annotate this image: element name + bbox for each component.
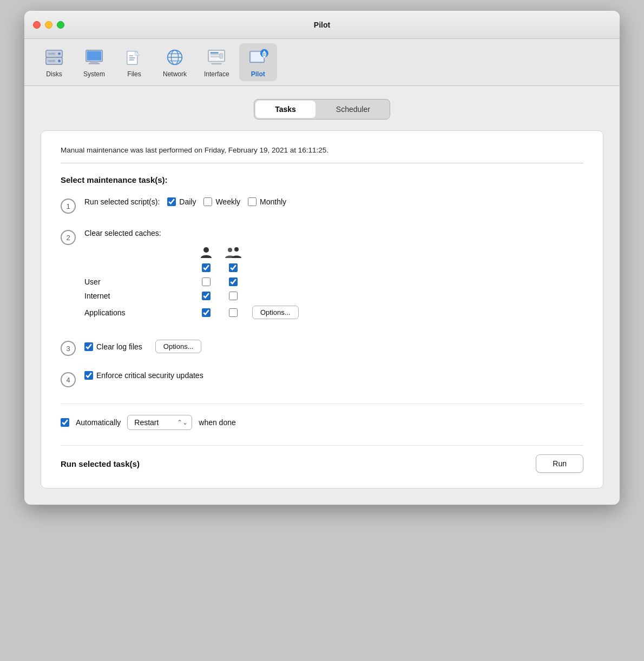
toolbar-item-disks[interactable]: Disks [35, 43, 73, 81]
content-panel: Manual maintenance was last performed on… [41, 130, 603, 488]
task-4-body: Enforce critical security updates [84, 371, 583, 380]
task-1-body: Run selected script(s): Daily Weekly Mon… [84, 197, 583, 206]
monthly-group: Monthly [248, 197, 286, 206]
toolbar-item-network[interactable]: Network [155, 43, 194, 81]
svg-point-32 [228, 248, 232, 252]
apps-options-button[interactable]: Options... [252, 306, 299, 319]
apps-admin-checkbox[interactable] [229, 308, 238, 317]
system-admin-check [220, 263, 247, 272]
daily-label[interactable]: Daily [179, 197, 196, 206]
files-icon [123, 47, 145, 68]
auto-select[interactable]: Restart Shut Down Sleep Log Out Do Nothi… [127, 415, 192, 430]
system-icon [83, 47, 105, 68]
system-label: System [83, 70, 105, 78]
titlebar: Pilot [24, 11, 620, 39]
disks-icon [43, 47, 65, 68]
svg-rect-12 [129, 60, 135, 61]
section-title: Select maintenance task(s): [61, 175, 583, 184]
toolbar-item-system[interactable]: System [75, 43, 113, 81]
monthly-checkbox[interactable] [248, 197, 257, 206]
weekly-group: Weekly [203, 197, 240, 206]
section-divider [61, 163, 583, 163]
cache-section: User Internet [84, 245, 583, 319]
system-admin-checkbox[interactable] [229, 263, 238, 272]
task-1-number: 1 [61, 199, 76, 214]
task-2-main: Clear selected caches: [84, 229, 583, 237]
svg-rect-21 [211, 52, 219, 54]
svg-point-33 [234, 247, 239, 252]
weekly-label[interactable]: Weekly [215, 197, 240, 206]
maximize-button[interactable] [57, 21, 64, 29]
task-3-main: Clear log files Options... [84, 340, 583, 353]
apps-admin-check [220, 308, 247, 317]
svg-rect-7 [87, 51, 102, 61]
last-run-text: Manual maintenance was last performed on… [61, 146, 583, 154]
close-button[interactable] [33, 21, 41, 29]
task-2-label: Clear selected caches: [84, 229, 161, 237]
admin-icon-header [220, 245, 247, 259]
task-3-label[interactable]: Clear log files [96, 342, 142, 351]
apps-user-checkbox[interactable] [202, 308, 211, 317]
user-user-checkbox[interactable] [202, 277, 211, 286]
cache-table: User Internet [84, 245, 583, 319]
svg-point-2 [58, 52, 61, 55]
task-4-checkbox[interactable] [84, 371, 93, 380]
task-3-options-button[interactable]: Options... [155, 340, 202, 353]
auto-select-wrapper: Restart Shut Down Sleep Log Out Do Nothi… [127, 415, 192, 430]
minimize-button[interactable] [45, 21, 52, 29]
tabs-container: Tasks Scheduler [254, 99, 390, 120]
task-3-checkbox-group: Clear log files [84, 342, 142, 351]
system-user-checkbox[interactable] [202, 263, 211, 272]
user-admin-check [220, 277, 247, 286]
task-1-row: 1 Run selected script(s): Daily Weekly [61, 197, 583, 214]
pilot-icon [247, 47, 269, 68]
apps-user-check [193, 308, 220, 317]
cache-row-applications: Applications Options... [84, 306, 583, 319]
auto-checkbox[interactable] [61, 418, 69, 427]
toolbar-item-files[interactable]: Files [115, 43, 153, 81]
user-admin-checkbox[interactable] [229, 277, 238, 286]
task-3-checkbox[interactable] [84, 342, 93, 351]
svg-rect-13 [129, 55, 134, 56]
cache-row-user: User [84, 277, 583, 286]
user-user-check [193, 277, 220, 286]
internet-admin-check [220, 292, 247, 300]
toolbar-item-interface[interactable]: Interface [196, 43, 237, 81]
svg-rect-4 [48, 52, 55, 55]
files-label: Files [127, 70, 141, 78]
svg-rect-8 [90, 62, 98, 63]
cache-internet-label: Internet [84, 292, 193, 300]
task-4-label[interactable]: Enforce critical security updates [96, 371, 203, 380]
tab-scheduler[interactable]: Scheduler [317, 100, 390, 119]
task-1-main: Run selected script(s): Daily Weekly Mon… [84, 197, 583, 206]
daily-group: Daily [167, 197, 196, 206]
disks-label: Disks [46, 70, 62, 78]
cache-row-internet: Internet [84, 292, 583, 300]
run-button[interactable]: Run [536, 454, 583, 473]
system-user-check [193, 263, 220, 272]
internet-user-checkbox[interactable] [202, 292, 211, 300]
daily-checkbox[interactable] [167, 197, 176, 206]
task-4-checkbox-group: Enforce critical security updates [84, 371, 203, 380]
task-3-body: Clear log files Options... [84, 340, 583, 353]
cache-header [84, 245, 583, 259]
auto-label[interactable]: Automatically [76, 418, 121, 427]
tab-tasks[interactable]: Tasks [255, 101, 316, 118]
footer-row: Run selected task(s) Run [61, 445, 583, 473]
toolbar-item-pilot[interactable]: Pilot [239, 43, 277, 81]
task-2-number: 2 [61, 230, 76, 245]
main-window: Pilot Disks [24, 11, 620, 505]
toolbar: Disks System [24, 39, 620, 86]
user-icon-header [193, 245, 220, 259]
weekly-checkbox[interactable] [203, 197, 212, 206]
interface-label: Interface [204, 70, 229, 78]
network-label: Network [163, 70, 187, 78]
svg-rect-9 [89, 63, 100, 64]
svg-rect-24 [220, 53, 223, 58]
cache-user-label: User [84, 277, 193, 286]
internet-admin-checkbox[interactable] [229, 292, 238, 300]
monthly-label[interactable]: Monthly [260, 197, 286, 206]
svg-rect-11 [129, 57, 135, 58]
task-4-main: Enforce critical security updates [84, 371, 583, 380]
cache-row-system [84, 263, 583, 272]
